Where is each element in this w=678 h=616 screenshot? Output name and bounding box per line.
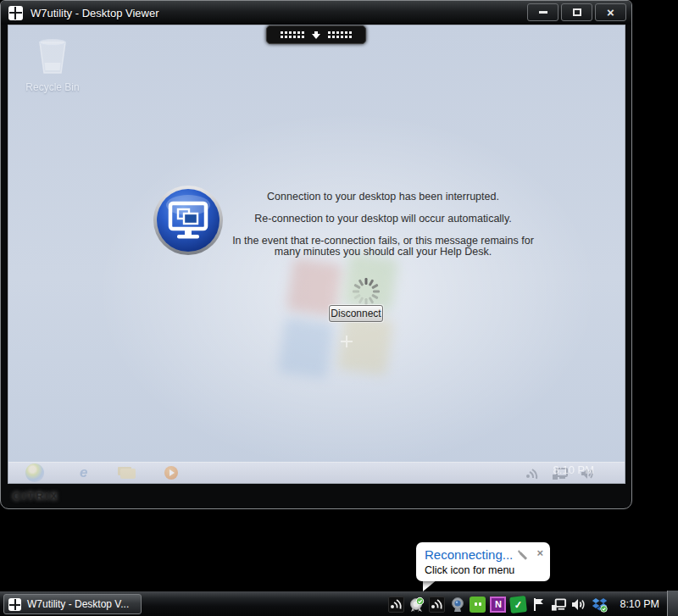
- taskbar: W7utility - Desktop V...: [0, 591, 678, 616]
- webcam-icon[interactable]: [449, 597, 465, 613]
- disconnect-button[interactable]: Disconnect: [329, 305, 383, 322]
- reconnecting-balloon: Reconnecting... Click icon for menu ×: [416, 542, 550, 581]
- interruption-message: Connection to your desktop has been inte…: [222, 191, 544, 258]
- remote-ie-icon: e: [80, 464, 87, 481]
- task-button-label: W7utility - Desktop V...: [27, 598, 129, 610]
- wallpaper-flag-blue: [278, 317, 335, 379]
- reconnecting-spinner: [351, 276, 381, 307]
- remote-start-orb-icon: [25, 463, 44, 482]
- wallpaper-sparkle: [341, 336, 353, 347]
- citrix-signal-icon[interactable]: [388, 597, 404, 613]
- desktop-viewer-window: W7utility - Desktop Viewer × Recy: [0, 0, 632, 509]
- remote-media-player-icon: [164, 466, 178, 480]
- remote-clock: 8:10 PM: [553, 463, 594, 476]
- close-icon: ×: [607, 6, 614, 19]
- green-check-icon[interactable]: ✓: [509, 596, 527, 613]
- certificate-badge-icon[interactable]: [408, 597, 425, 613]
- recycle-bin-icon: [35, 37, 70, 76]
- citrix-logo: CITRIX: [13, 490, 59, 502]
- citrix-desktop-icon: [153, 185, 224, 256]
- remote-desktop: Recycle Bin: [8, 25, 625, 484]
- network-icon[interactable]: [551, 597, 567, 613]
- maximize-button[interactable]: [561, 3, 592, 21]
- volume-icon[interactable]: [571, 597, 587, 613]
- check-glyph: ✓: [514, 598, 523, 611]
- options-wrench-icon[interactable]: [517, 549, 528, 560]
- remote-explorer-icon: [120, 469, 136, 479]
- minimize-button[interactable]: [527, 3, 559, 21]
- maximize-icon: [573, 8, 581, 16]
- balloon-close-icon[interactable]: ×: [536, 547, 543, 559]
- windows-logo-icon: [8, 6, 23, 20]
- minimize-icon: [539, 11, 547, 14]
- roboform-icon[interactable]: [470, 597, 486, 613]
- balloon-subtitle: Click icon for menu: [425, 564, 514, 576]
- remote-signal-icon: [525, 467, 540, 480]
- dropbox-icon[interactable]: [592, 597, 608, 613]
- grip-dots-right: [328, 31, 352, 38]
- chevron-down-icon: [312, 31, 320, 39]
- taskbar-clock[interactable]: 8:10 PM: [620, 598, 659, 610]
- onenote-letter: N: [495, 599, 502, 609]
- recycle-bin-shortcut[interactable]: Recycle Bin: [19, 37, 86, 93]
- citrix-toolbar-grip[interactable]: [266, 25, 366, 44]
- close-button[interactable]: ×: [595, 3, 626, 21]
- onenote-icon[interactable]: N: [490, 597, 506, 613]
- windows-logo-icon: [8, 598, 21, 611]
- citrix-signal-active-icon[interactable]: [429, 597, 445, 613]
- balloon-title: Reconnecting...: [425, 547, 513, 562]
- recycle-bin-label: Recycle Bin: [19, 81, 86, 93]
- show-desktop-button[interactable]: [667, 591, 678, 616]
- system-tray: N ✓: [388, 591, 666, 616]
- window-title: W7utility - Desktop Viewer: [31, 7, 158, 19]
- message-line-2: Re-connection to your desktop will occur…: [222, 214, 544, 225]
- message-line-1: Connection to your desktop has been inte…: [222, 191, 544, 203]
- message-line-3: In the event that re-connection fails, o…: [222, 236, 544, 258]
- grip-dots-left: [281, 31, 304, 38]
- remote-taskbar: e 8:10 PM: [8, 462, 625, 483]
- taskbar-button-desktop-viewer[interactable]: W7utility - Desktop V...: [3, 594, 142, 614]
- window-controls: ×: [525, 3, 626, 21]
- action-center-flag-icon[interactable]: [531, 597, 547, 613]
- balloon-tail: [423, 580, 437, 591]
